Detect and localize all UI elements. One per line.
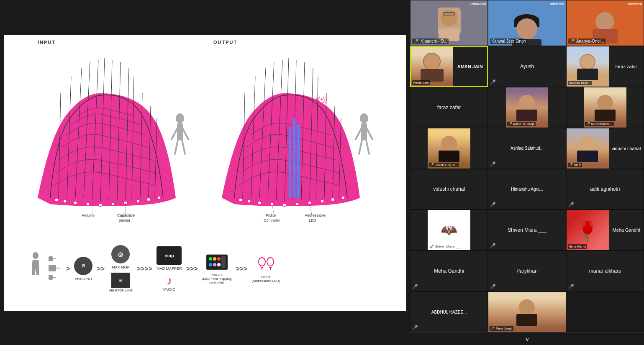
participants-grid: Aman Jain AMAN JAIN Ayush 🎤 Nandita Kum.…	[410, 46, 644, 332]
maia-name: Shiven Misra ___	[506, 225, 548, 235]
svg-point-19	[55, 198, 58, 202]
svg-point-62	[283, 203, 286, 207]
aman-photo-label: Aman Jain	[412, 80, 430, 85]
aditi-name: aditi agnihotri	[588, 184, 621, 194]
svg-point-82	[209, 257, 212, 261]
ayush-mic-icon: 🎤	[490, 79, 496, 85]
svg-point-52	[360, 113, 368, 123]
meha-name-label: Meha Gandhi	[432, 266, 466, 276]
arduino-label: ARDUINO	[75, 277, 92, 281]
anmol-photo-label: 🎤 Anmol Kukreja	[507, 122, 536, 126]
badge-vjpanchi: oneistoX	[470, 2, 486, 6]
svg-point-83	[213, 257, 216, 261]
svg-line-56	[359, 140, 362, 154]
flow-madmapper: map MAD MAPPER ♪ MUSIC	[157, 246, 182, 291]
svg-rect-47	[289, 127, 291, 198]
flow-arduino: ⊙ ARDUINO	[74, 257, 92, 281]
flow-arrow-1: >	[66, 265, 70, 273]
svg-rect-14	[177, 123, 183, 140]
shiven-batman-icon: 🦇	[441, 222, 457, 238]
cell-aman-jain[interactable]: Aman Jain AMAN JAIN	[410, 46, 488, 87]
cell-maia[interactable]: Shiven Misra ___ 🎤	[488, 210, 566, 250]
cell-faraz[interactable]: faraz zafar	[410, 87, 488, 128]
svg-point-74	[33, 252, 38, 259]
cell-parykhan[interactable]: Parykhan 🎤	[488, 250, 566, 291]
vidushi-name: vidushi chahal	[612, 146, 641, 151]
parykhan-mic: 🎤	[490, 284, 496, 289]
svg-point-60	[258, 201, 261, 204]
nandita-label: Nandita Kum...	[568, 81, 592, 85]
cell-ayush[interactable]: Ayush 🎤	[488, 46, 566, 87]
ableton-icon: ≡	[111, 273, 130, 288]
flow-pixlite: PIXLITE(LED Pixel mappingcontroller)	[202, 253, 232, 284]
svg-text:Pixlite: Pixlite	[266, 213, 276, 217]
svg-point-66	[331, 198, 334, 201]
cell-manar[interactable]: manar alkhars 🎤	[566, 250, 644, 291]
svg-point-87	[217, 263, 221, 266]
cell-ram[interactable]: 🎤 Ram Jangir	[488, 291, 566, 332]
label-kanwal: Kanwal Jeet Singh	[490, 38, 527, 44]
svg-text:Capacitive: Capacitive	[117, 213, 135, 217]
flow-arrow-2: >>	[97, 265, 105, 273]
svg-line-17	[175, 140, 178, 154]
svg-rect-75	[49, 256, 53, 261]
cell-himanshu[interactable]: Himanshu Agra... 🎤	[488, 169, 566, 210]
svg-point-27	[147, 198, 150, 201]
himanshu-name: Himanshu Agra...	[509, 185, 545, 193]
cell-ashfaq[interactable]: Ashfaq Salahud... 🎤	[488, 128, 566, 169]
svg-point-23	[99, 203, 102, 207]
meha-name: Meha Gandhi	[612, 227, 640, 233]
svg-rect-76	[49, 265, 56, 271]
cell-shiven[interactable]: 🦇 🎤 Shiven Misra ___	[410, 210, 488, 250]
sensor-shape-icon	[45, 252, 62, 286]
svg-text:Arduino: Arduino	[82, 213, 95, 217]
faraz-name: faraz zafar	[616, 64, 637, 69]
svg-rect-53	[361, 123, 367, 140]
cell-jason[interactable]: 🎤 Jason Ong Xi...	[410, 128, 488, 169]
maia-mic: 🎤	[490, 243, 496, 248]
top-video-row: oneistoX 🎤 Vjpanchi - O... oneistoX Kanw…	[410, 0, 644, 46]
svg-line-16	[183, 129, 188, 139]
svg-rect-48	[293, 118, 295, 198]
cell-meha[interactable]: Meha Gandhi 🎤	[410, 250, 488, 291]
meha-mic: 🎤	[412, 284, 418, 289]
cell-anmol[interactable]: 🎤 Anmol Kukreja	[488, 87, 566, 128]
svg-line-18	[182, 140, 185, 154]
himanshu-mic: 🎤	[490, 202, 496, 207]
madmapper-icon: map	[157, 246, 182, 265]
svg-text:♪: ♪	[308, 100, 312, 110]
cell-nandita[interactable]: Nandita Kum... faraz zafar	[566, 46, 644, 87]
participants-sidebar: oneistoX 🎤 Vjpanchi - O... oneistoX Kanw…	[410, 0, 644, 345]
scroll-down-button[interactable]: ∨	[410, 332, 644, 345]
badge-ananya: oneistoX	[628, 2, 642, 6]
scroll-down-icon: ∨	[525, 336, 529, 342]
svg-point-21	[74, 201, 77, 204]
video-thumb-kanwal[interactable]: oneistoX Kanwal Jeet Singh	[488, 0, 566, 46]
aditi-mic: 🎤	[568, 202, 574, 207]
video-thumb-vjpanchi[interactable]: oneistoX 🎤 Vjpanchi - O...	[410, 0, 488, 46]
pixlite-icon	[205, 253, 228, 271]
cell-abdhul[interactable]: ABDHUL HAZEE... 🎤	[410, 291, 488, 332]
abdhul-name: ABDHUL HAZEE...	[430, 308, 469, 316]
cell-muhammed[interactable]: 🎤 muhammed j...	[566, 87, 644, 128]
video-thumb-ananya[interactable]: oneistoX 🎤 Ananya-Onei...	[566, 0, 644, 46]
svg-point-59	[247, 199, 251, 203]
cell-nima[interactable]: Nima Harris Meha Gandhi	[566, 210, 644, 250]
music-label: MUSIC	[163, 287, 175, 291]
slide-input-label: INPUT	[38, 40, 56, 45]
label-vjpanchi: 🎤 Vjpanchi - O...	[412, 38, 449, 44]
maxmgp-icon: ◎	[111, 245, 130, 263]
svg-line-54	[356, 129, 361, 139]
cell-aditi[interactable]: aditi agnihotri 🎤	[566, 169, 644, 210]
pixlite-label: PIXLITE(LED Pixel mappingcontroller)	[202, 273, 232, 284]
arch-diagram: Arduino Capacitive Sensor	[17, 47, 393, 223]
parykhan-name: Parykhan	[515, 266, 539, 276]
cell-siri[interactable]: 🎤 siri V vidushi chahal	[566, 128, 644, 169]
svg-line-15	[172, 129, 177, 139]
svg-text:Controller: Controller	[264, 218, 280, 222]
cell-vidushi[interactable]: vidushi chahal	[410, 169, 488, 210]
svg-point-58	[239, 198, 242, 202]
svg-point-84	[217, 257, 221, 261]
faraz-name-label: faraz zafar	[436, 103, 463, 112]
svg-line-57	[366, 140, 369, 154]
